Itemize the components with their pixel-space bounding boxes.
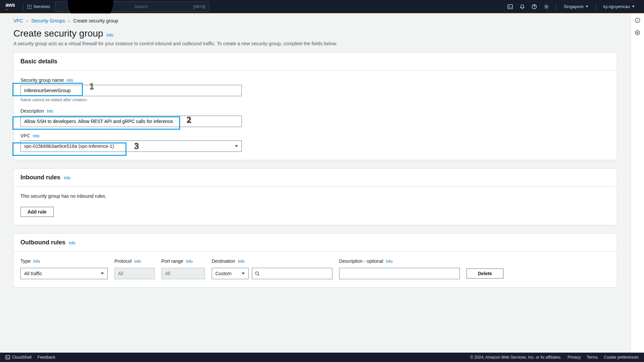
rule-destination-search[interactable] — [252, 268, 332, 279]
description-input[interactable] — [20, 116, 242, 127]
info-link[interactable]: Info — [69, 241, 75, 245]
divider — [596, 3, 596, 10]
name-hint: Name cannot be edited after creation. — [20, 98, 610, 102]
right-utility-strip — [631, 13, 644, 353]
main-content: VPC › Security Groups › Create security … — [0, 13, 631, 353]
divider — [556, 3, 556, 10]
global-search[interactable]: [Alt+S] — [55, 2, 209, 12]
outbound-rule-row: All traffic All All Custom — [20, 268, 610, 279]
settings-button[interactable] — [540, 0, 552, 13]
label-name: Security group name — [20, 77, 64, 83]
rule-type-value: All traffic — [24, 271, 42, 276]
help-icon — [532, 4, 537, 9]
col-type: Type — [20, 258, 31, 264]
caret-down-icon — [101, 273, 104, 275]
info-link[interactable]: Info — [33, 134, 40, 138]
caret-down-icon — [586, 6, 588, 7]
top-navbar: aws ⌣ Services [Alt+S] Singapore — [0, 0, 644, 13]
page-title: Create security group Info — [13, 28, 617, 39]
svg-rect-2 — [508, 5, 513, 9]
chevron-right-icon: › — [26, 18, 28, 23]
search-input[interactable] — [134, 4, 191, 9]
svg-point-4 — [546, 6, 547, 7]
crumb-vpc[interactable]: VPC — [13, 18, 23, 23]
col-protocol: Protocol — [114, 258, 131, 264]
info-link[interactable]: Info — [47, 109, 53, 114]
page-header: Create security group Info A security gr… — [0, 27, 631, 52]
outbound-columns: TypeInfo ProtocolInfo Port rangeInfo Des… — [20, 258, 610, 268]
user-label: ky.nguyencao — [603, 4, 630, 9]
security-group-name-input[interactable] — [20, 85, 242, 96]
panel-header: Basic details — [14, 53, 617, 71]
rule-description-input[interactable] — [339, 268, 460, 279]
info-icon[interactable] — [635, 17, 640, 23]
help-button[interactable] — [528, 0, 540, 13]
cloudshell-icon-button[interactable] — [504, 0, 516, 13]
notifications-button[interactable] — [516, 0, 528, 13]
services-label: Services — [34, 4, 50, 9]
rule-destination-input[interactable] — [262, 271, 329, 276]
grid-icon — [27, 4, 32, 9]
rule-protocol-input: All — [114, 268, 155, 279]
vpc-select[interactable]: vpc-015b68b3ae9ce516a (vpc-inference-1) — [20, 140, 242, 152]
panel-inbound-rules: Inbound rules Info This security group h… — [13, 168, 617, 225]
search-hint: [Alt+S] — [194, 4, 206, 9]
col-port: Port range — [161, 258, 183, 264]
rule-type-select[interactable]: All traffic — [20, 268, 108, 279]
field-description: Description Info — [20, 108, 610, 127]
panel-basic-details: Basic details Security group name Info N… — [13, 52, 617, 160]
region-label: Singapore — [564, 4, 583, 9]
crumb-current: Create security group — [73, 18, 118, 23]
info-link[interactable]: Info — [238, 259, 245, 264]
account-menu[interactable]: ky.nguyencao — [599, 4, 639, 9]
field-security-group-name: Security group name Info Name cannot be … — [20, 77, 610, 102]
label-description: Description — [20, 108, 44, 114]
nav-icons: Singapore ky.nguyencao — [504, 0, 639, 13]
region-selector[interactable]: Singapore — [559, 4, 592, 9]
terminal-icon — [507, 4, 513, 9]
rule-destination-mode-select[interactable]: Custom — [212, 268, 249, 279]
breadcrumb: VPC › Security Groups › Create security … — [0, 13, 631, 27]
col-description: Description - optional — [339, 258, 383, 264]
bell-icon — [520, 4, 525, 9]
svg-line-6 — [258, 275, 260, 276]
info-link[interactable]: Info — [64, 176, 70, 180]
chevron-right-icon: › — [68, 18, 70, 23]
caret-down-icon — [632, 6, 635, 7]
search-icon — [255, 271, 260, 276]
info-link[interactable]: Info — [66, 78, 73, 83]
inbound-empty-text: This security group has no inbound rules… — [20, 193, 610, 199]
info-link[interactable]: Info — [186, 259, 193, 264]
delete-rule-button[interactable]: Delete — [467, 268, 503, 279]
info-link[interactable]: Info — [134, 259, 141, 264]
divider — [23, 3, 23, 10]
add-inbound-rule-button[interactable]: Add rule — [20, 207, 54, 217]
panel-outbound-rules: Outbound rules Info TypeInfo ProtocolInf… — [13, 233, 617, 288]
panel-header: Inbound rules Info — [14, 169, 617, 187]
info-link[interactable]: Info — [33, 259, 40, 264]
page-subtitle: A security group acts as a virtual firew… — [13, 41, 617, 46]
services-button[interactable]: Services — [27, 4, 50, 9]
vpc-selected-value: vpc-015b68b3ae9ce516a (vpc-inference-1) — [24, 143, 114, 149]
caret-down-icon — [241, 273, 245, 275]
info-link[interactable]: Info — [107, 33, 113, 38]
aws-logo[interactable]: aws ⌣ — [5, 2, 15, 11]
svg-point-8 — [637, 32, 638, 34]
label-vpc: VPC — [20, 133, 30, 138]
rule-port-input: All — [161, 268, 205, 279]
info-link[interactable]: Info — [386, 259, 393, 264]
hexagon-icon[interactable] — [635, 30, 640, 36]
gear-icon — [544, 4, 549, 9]
field-vpc: VPC Info vpc-015b68b3ae9ce516a (vpc-infe… — [20, 133, 610, 152]
crumb-security-groups[interactable]: Security Groups — [31, 18, 65, 23]
panel-header: Outbound rules Info — [14, 234, 617, 252]
col-destination: Destination — [212, 258, 235, 264]
dest-mode-value: Custom — [215, 271, 231, 276]
svg-point-5 — [256, 272, 259, 275]
caret-down-icon — [235, 145, 238, 147]
